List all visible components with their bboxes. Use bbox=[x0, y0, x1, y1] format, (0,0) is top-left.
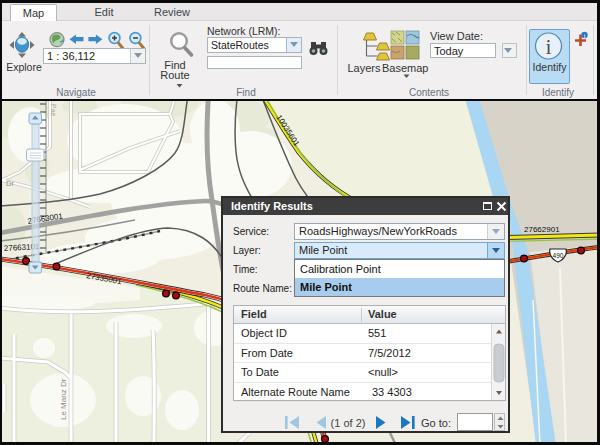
svg-text:27662901: 27662901 bbox=[524, 225, 560, 234]
svg-text:Dr: Dr bbox=[6, 179, 14, 188]
svg-text:Le Manz Dr: Le Manz Dr bbox=[59, 378, 68, 420]
svg-text:i: i bbox=[546, 36, 552, 58]
svg-text:Pae: Pae bbox=[50, 104, 57, 117]
svg-text:490: 490 bbox=[553, 252, 564, 259]
svg-text:(1 of 2): (1 of 2) bbox=[331, 417, 366, 429]
svg-text:Go to:: Go to: bbox=[421, 417, 451, 429]
